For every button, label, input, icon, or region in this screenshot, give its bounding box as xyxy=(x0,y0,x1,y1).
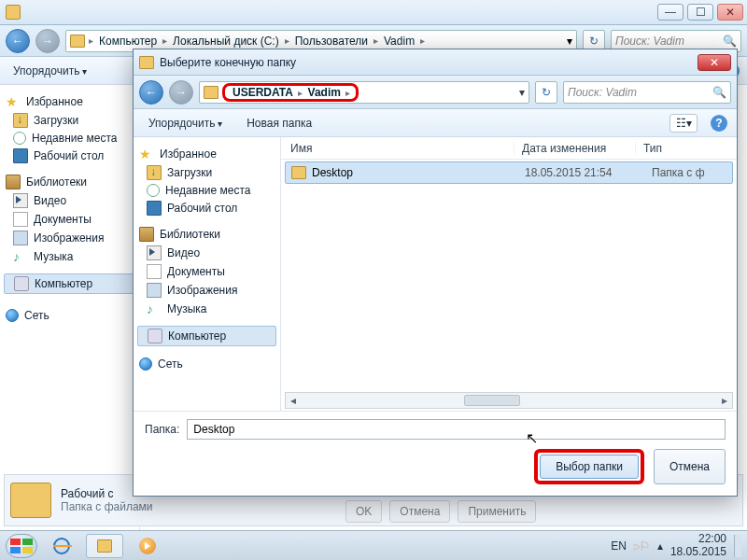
start-button[interactable] xyxy=(6,534,37,558)
breadcrumb-segment[interactable]: Vadim xyxy=(306,86,343,99)
refresh-button[interactable]: ↻ xyxy=(535,81,557,104)
dialog-close-button[interactable]: ✕ xyxy=(698,54,731,71)
network-icon xyxy=(139,357,152,371)
column-type[interactable]: Тип xyxy=(636,142,737,155)
scrollbar-thumb[interactable] xyxy=(464,395,520,406)
sidebar-item-music[interactable]: ♪Музыка xyxy=(134,300,280,318)
sidebar-item-documents[interactable]: Документы xyxy=(134,262,280,281)
breadcrumb[interactable]: USERDATA ▸ Vadim ▸ ▾ xyxy=(199,81,529,104)
dialog-sidebar: ★Избранное Загрузки Недавние места Рабоч… xyxy=(134,137,281,411)
horizontal-scrollbar[interactable]: ◂ ▸ xyxy=(285,392,733,409)
folder-name-input[interactable] xyxy=(187,419,726,440)
highlight-annotation: USERDATA ▸ Vadim ▸ xyxy=(222,83,359,102)
file-name: Desktop xyxy=(312,166,353,179)
close-button[interactable]: ✕ xyxy=(717,4,743,21)
sidebar-item-video[interactable]: Видео xyxy=(134,244,280,262)
sidebar-libraries[interactable]: Библиотеки xyxy=(0,173,139,191)
help-button[interactable]: ? xyxy=(711,115,727,132)
organize-button[interactable]: Упорядочить xyxy=(7,62,92,80)
file-row[interactable]: Desktop 18.05.2015 21:54 Папка с ф xyxy=(285,161,733,184)
dialog-bottom-panel: Папка: Выбор папки Отмена xyxy=(134,411,737,496)
scroll-right-icon[interactable]: ▸ xyxy=(717,393,732,408)
computer-icon xyxy=(14,276,29,291)
sidebar-item-video[interactable]: Видео xyxy=(0,191,139,210)
sidebar-item-network[interactable]: Сеть xyxy=(134,356,280,372)
folder-icon xyxy=(97,539,112,553)
video-icon xyxy=(13,193,28,208)
breadcrumb-segment[interactable]: Пользователи xyxy=(293,35,370,48)
taskbar-ie[interactable] xyxy=(43,534,80,558)
music-icon: ♪ xyxy=(147,301,162,316)
taskbar: EN ▸⚑ ▴ 22:00 18.05.2015 xyxy=(0,530,747,560)
image-icon xyxy=(147,283,162,298)
dialog-search-input[interactable]: Поиск: Vadim 🔍 xyxy=(563,81,731,104)
status-type: Папка с файлами xyxy=(61,500,153,513)
column-headers[interactable]: Имя Дата изменения Тип xyxy=(281,137,737,160)
image-icon xyxy=(13,231,28,245)
nav-back-button[interactable]: ← xyxy=(6,29,30,53)
sidebar-item-desktop[interactable]: Рабочий стол xyxy=(0,147,139,165)
taskbar-explorer[interactable] xyxy=(86,534,123,558)
sidebar-item-documents[interactable]: Документы xyxy=(0,210,139,229)
sidebar-item-computer[interactable]: Компьютер xyxy=(4,273,135,294)
dialog-titlebar[interactable]: Выберите конечную папку ✕ xyxy=(134,49,737,76)
star-icon: ★ xyxy=(139,147,154,161)
nav-forward-button[interactable]: → xyxy=(35,29,60,53)
breadcrumb-segment[interactable]: Vadim xyxy=(382,35,416,48)
star-icon: ★ xyxy=(6,94,21,109)
tray-language[interactable]: EN xyxy=(611,539,627,553)
sidebar-favorites[interactable]: ★Избранное xyxy=(134,145,280,163)
download-icon xyxy=(13,113,28,128)
sidebar-item-downloads[interactable]: Загрузки xyxy=(134,163,280,182)
sidebar-libraries[interactable]: Библиотеки xyxy=(134,225,280,244)
new-folder-button[interactable]: Новая папка xyxy=(241,114,317,133)
nav-back-button[interactable]: ← xyxy=(139,80,163,105)
outer-window-titlebar: — ☐ ✕ xyxy=(0,0,747,25)
scroll-left-icon[interactable]: ◂ xyxy=(286,393,301,408)
recent-icon xyxy=(13,132,26,145)
outer-sidebar: ★Избранное Загрузки Недавние места Рабоч… xyxy=(0,85,140,530)
sidebar-item-recent[interactable]: Недавние места xyxy=(134,182,280,199)
organize-button[interactable]: Упорядочить xyxy=(143,114,228,133)
sidebar-item-images[interactable]: Изображения xyxy=(0,229,139,247)
breadcrumb-segment[interactable]: Компьютер xyxy=(97,35,159,48)
download-icon xyxy=(147,165,162,180)
tray-expand-icon[interactable]: ▴ xyxy=(657,539,663,553)
folder-icon xyxy=(291,166,306,179)
nav-forward-button[interactable]: → xyxy=(169,80,193,105)
search-placeholder: Поиск: Vadim xyxy=(615,35,684,48)
select-folder-button[interactable]: Выбор папки xyxy=(540,455,639,479)
search-icon: 🔍 xyxy=(723,35,737,48)
sidebar-item-music[interactable]: ♪Музыка xyxy=(0,247,139,266)
view-options-button[interactable]: ☷▾ xyxy=(669,114,698,133)
ie-icon xyxy=(53,538,70,554)
maximize-button[interactable]: ☐ xyxy=(687,4,713,21)
sidebar-item-network[interactable]: Сеть xyxy=(0,307,139,324)
column-date[interactable]: Дата изменения xyxy=(514,142,636,155)
taskbar-media-player[interactable] xyxy=(129,534,166,558)
cancel-button[interactable]: Отмена xyxy=(654,449,726,484)
column-name[interactable]: Имя xyxy=(281,142,514,155)
network-icon xyxy=(6,309,19,322)
ghost-cancel: Отмена xyxy=(389,500,450,523)
search-placeholder: Поиск: Vadim xyxy=(568,86,637,99)
tray-clock[interactable]: 22:00 18.05.2015 xyxy=(670,533,726,557)
minimize-button[interactable]: — xyxy=(657,4,684,21)
sidebar-item-computer[interactable]: Компьютер xyxy=(137,326,276,346)
sidebar-favorites[interactable]: ★Избранное xyxy=(0,92,139,111)
sidebar-item-recent[interactable]: Недавние места xyxy=(0,130,139,147)
video-icon xyxy=(147,245,162,260)
computer-icon xyxy=(148,329,162,343)
folder-icon xyxy=(10,483,51,518)
breadcrumb-segment[interactable]: USERDATA xyxy=(231,86,295,99)
recent-icon xyxy=(147,184,160,197)
show-desktop-button[interactable] xyxy=(734,535,741,557)
library-icon xyxy=(139,227,154,242)
library-icon xyxy=(6,175,21,189)
sidebar-item-images[interactable]: Изображения xyxy=(134,281,280,300)
sidebar-item-downloads[interactable]: Загрузки xyxy=(0,111,139,130)
sidebar-item-desktop[interactable]: Рабочий стол xyxy=(134,199,280,217)
action-center-icon[interactable]: ▸⚑ xyxy=(634,539,650,553)
breadcrumb-segment[interactable]: Локальный диск (C:) xyxy=(171,35,281,48)
desktop-icon xyxy=(13,148,28,163)
